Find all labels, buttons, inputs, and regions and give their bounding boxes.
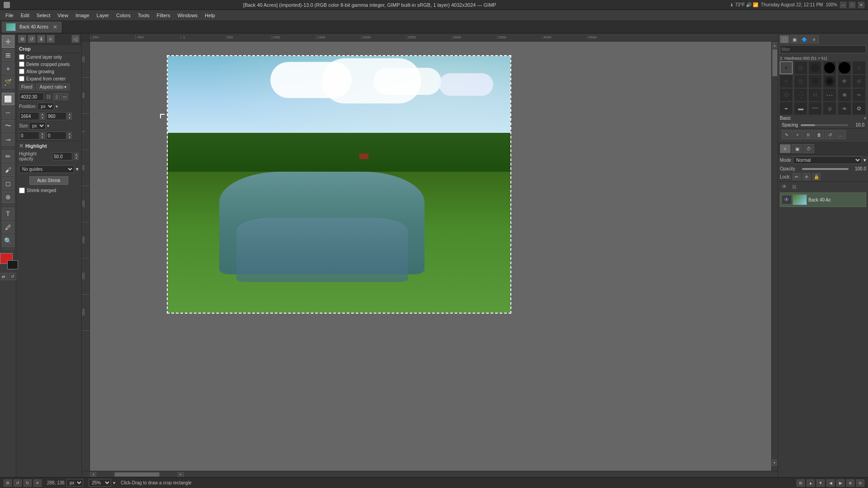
opacity-spinner[interactable]: ▲ ▼: [74, 153, 79, 160]
status-icon-3[interactable]: ↻: [24, 479, 32, 487]
to-icon-2[interactable]: ↺: [28, 35, 36, 43]
to-icon-3[interactable]: ⬇: [37, 35, 45, 43]
menu-file[interactable]: File: [2, 12, 17, 19]
brush-action-more[interactable]: …: [836, 130, 846, 139]
menu-help[interactable]: Help: [201, 12, 219, 19]
allow-growing-checkbox[interactable]: [19, 69, 24, 74]
opacity-down[interactable]: ▼: [74, 156, 79, 160]
opacity-slider[interactable]: [802, 168, 849, 170]
menu-colors[interactable]: Colors: [113, 12, 134, 19]
tab-close-button[interactable]: ✕: [53, 24, 57, 30]
scroll-up-button[interactable]: ▲: [772, 42, 778, 48]
brush-item-10[interactable]: [823, 75, 836, 88]
brush-item-5[interactable]: [838, 61, 851, 74]
size-h-spinner[interactable]: ▲ ▼: [67, 132, 72, 139]
highlight-opacity-input[interactable]: [52, 152, 72, 160]
brush-item-6[interactable]: ★: [853, 61, 865, 74]
layer-visibility-icon[interactable]: 👁: [780, 183, 789, 191]
foreground-color-swatch[interactable]: [7, 260, 18, 269]
size-height-input[interactable]: [46, 131, 66, 140]
brush-item-2[interactable]: [794, 61, 807, 74]
to-icon-1[interactable]: ⚙: [18, 35, 26, 43]
position-unit-select[interactable]: px: [38, 103, 54, 110]
brush-item-15[interactable]: ∷: [809, 89, 821, 101]
pos-y-up[interactable]: ▲: [67, 113, 72, 116]
brush-action-copy[interactable]: ⎘: [803, 130, 813, 139]
expand-center-checkbox[interactable]: [19, 76, 24, 81]
coordinates-unit-select[interactable]: px: [66, 479, 83, 487]
swap-colors-btn[interactable]: ⇄: [0, 273, 8, 280]
scrollbar-thumb-v[interactable]: [772, 49, 778, 76]
maximize-button[interactable]: □: [849, 2, 855, 8]
layers-tab-paths[interactable]: ▣: [792, 144, 802, 153]
size-h-up[interactable]: ▲: [67, 132, 72, 136]
brush-item-24[interactable]: ✿: [853, 102, 865, 115]
brush-item-3[interactable]: [809, 61, 821, 74]
highlight-close-button[interactable]: ✕: [19, 143, 24, 149]
status-icon-4[interactable]: ✕: [33, 479, 42, 487]
status-right-icon-5[interactable]: ▶: [836, 479, 844, 487]
brush-action-edit[interactable]: ✎: [782, 130, 792, 139]
scroll-left-button[interactable]: ◄: [90, 472, 96, 477]
menu-windows[interactable]: Windows: [174, 12, 201, 19]
brush-item-23[interactable]: ❧: [838, 102, 851, 115]
menu-filters[interactable]: Filters: [153, 12, 174, 19]
brush-tab-2[interactable]: ▣: [790, 35, 799, 43]
size-width-input[interactable]: [19, 131, 39, 140]
pencil-tool-button[interactable]: ✏: [2, 150, 14, 163]
size-w-spinner[interactable]: ▲ ▼: [40, 132, 45, 139]
brush-tab-4[interactable]: ≡: [810, 35, 819, 43]
lock-all-button[interactable]: 🔒: [812, 173, 821, 180]
warp-tool-button[interactable]: 〜: [2, 120, 14, 132]
pos-y-spinner[interactable]: ▲ ▼: [67, 113, 72, 120]
freeselect-tool-button[interactable]: ⌖: [2, 62, 14, 75]
page-portrait-button[interactable]: ▯: [53, 93, 60, 100]
layers-tab-channels[interactable]: ≡: [780, 144, 791, 153]
status-icon-2[interactable]: ↺: [14, 479, 22, 487]
menu-image[interactable]: Image: [72, 12, 93, 19]
crop-tool-button[interactable]: ⬜: [2, 93, 14, 105]
brush-tab-1[interactable]: ⬚: [780, 35, 789, 43]
shrink-merged-checkbox[interactable]: [19, 188, 25, 193]
pos-y-down[interactable]: ▼: [67, 116, 72, 120]
status-right-icon-7[interactable]: ⊖: [856, 479, 864, 487]
canvas-viewport[interactable]: [90, 42, 771, 471]
brush-item-8[interactable]: [794, 75, 807, 88]
brush-item-20[interactable]: ▬: [794, 102, 807, 115]
brush-item-21[interactable]: 〰: [809, 102, 821, 115]
brush-tab-3[interactable]: 🔷: [800, 35, 809, 43]
menu-select[interactable]: Select: [33, 12, 54, 19]
brush-action-refresh[interactable]: ↺: [825, 130, 835, 139]
text-tool-button[interactable]: T: [2, 207, 14, 220]
color-swatches[interactable]: [0, 253, 18, 269]
size-w-down[interactable]: ▼: [40, 136, 45, 139]
brush-item-19[interactable]: ━: [780, 102, 793, 115]
current-layer-checkbox[interactable]: [19, 54, 24, 60]
reset-colors-btn[interactable]: ↺: [9, 273, 17, 280]
layer-eye-icon[interactable]: 👁: [782, 196, 791, 204]
menu-tools[interactable]: Tools: [134, 12, 153, 19]
horizontal-scrollbar[interactable]: ◄ ►: [82, 471, 778, 477]
transform-tool-button[interactable]: ↔: [2, 106, 14, 119]
spacing-slider[interactable]: [801, 124, 848, 126]
status-right-icon-2[interactable]: ▲: [807, 479, 815, 487]
image-tab[interactable]: Back 40 Acres ✕: [2, 22, 61, 33]
scroll-right-button[interactable]: ►: [178, 472, 184, 477]
brush-item-7[interactable]: [780, 75, 793, 88]
menu-edit[interactable]: Edit: [17, 12, 33, 19]
brush-item-17[interactable]: ≋: [838, 89, 851, 101]
brush-action-new[interactable]: +: [793, 130, 802, 139]
delete-cropped-checkbox[interactable]: [19, 61, 24, 67]
paint-tool-button[interactable]: 🖌: [2, 164, 14, 176]
scroll-down-button[interactable]: ▼: [772, 460, 777, 466]
position-y-input[interactable]: [46, 112, 66, 120]
coloring-tool-button[interactable]: 🖉: [2, 221, 14, 234]
clone-tool-button[interactable]: ⊕: [2, 191, 14, 203]
status-right-icon-6[interactable]: ⊕: [846, 479, 854, 487]
brush-item-12[interactable]: ❋: [853, 75, 865, 88]
brush-item-13[interactable]: ⁘: [780, 89, 793, 101]
layer-item-1[interactable]: 👁 Back 40 Ac: [780, 192, 866, 207]
brush-item-4[interactable]: [823, 61, 836, 74]
close-button[interactable]: ✕: [858, 2, 864, 8]
to-icon-4[interactable]: ≡: [47, 35, 55, 43]
